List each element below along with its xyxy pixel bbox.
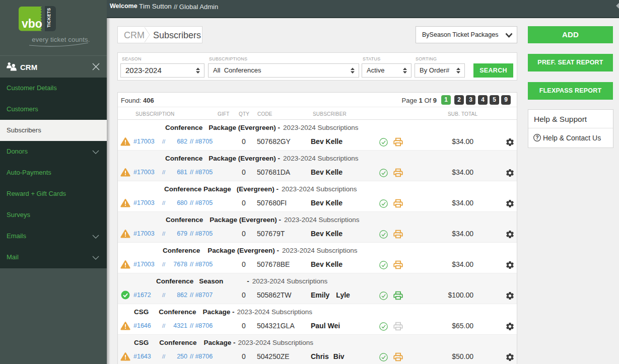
svg-text:vbo: vbo [22,17,42,30]
svg-text:?: ? [535,135,538,140]
svg-text:TICKETS: TICKETS [46,8,51,27]
